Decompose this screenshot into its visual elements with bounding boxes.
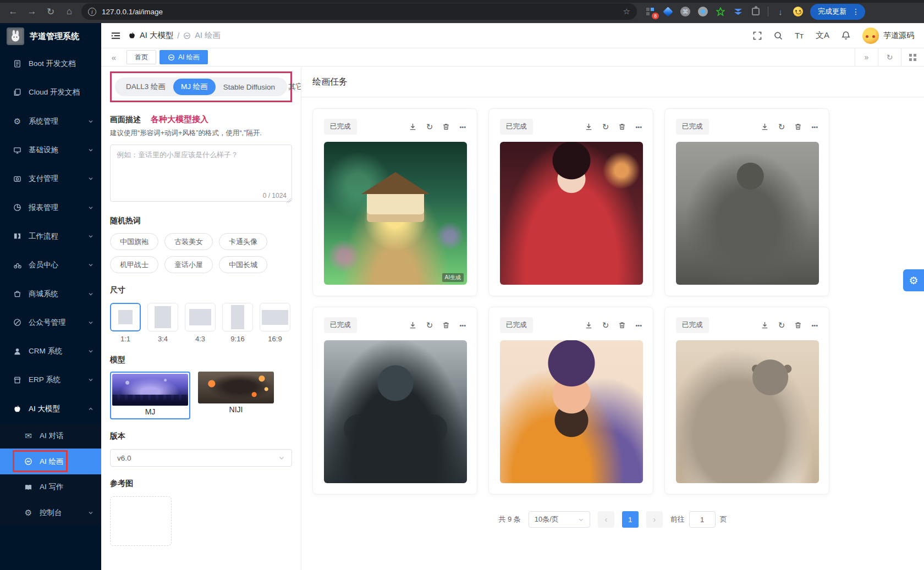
- delete-icon[interactable]: [442, 123, 450, 131]
- size-option-1-1[interactable]: 1:1: [110, 303, 141, 343]
- download-icon[interactable]: [409, 123, 417, 131]
- sidebar-item-boot-docs[interactable]: Boot 开发文档: [0, 49, 101, 78]
- more-icon[interactable]: •••: [811, 124, 818, 130]
- tab-dall3[interactable]: DALL3 绘画: [120, 79, 171, 95]
- task-image[interactable]: [500, 340, 643, 483]
- regenerate-icon[interactable]: ↻: [426, 320, 433, 330]
- sidebar-item-system[interactable]: ⚙ 系统管理: [0, 107, 101, 136]
- task-image[interactable]: [324, 340, 467, 483]
- task-image[interactable]: AI生成: [324, 142, 467, 285]
- sidebar-item-ai-chat[interactable]: ✉ AI 对话: [0, 423, 101, 449]
- search-icon[interactable]: [774, 31, 783, 40]
- regenerate-icon[interactable]: ↻: [778, 320, 785, 330]
- sidebar-item-console[interactable]: ⚙ 控制台: [0, 500, 101, 526]
- more-icon[interactable]: •••: [459, 322, 466, 329]
- hotword-chip[interactable]: 卡通头像: [219, 233, 267, 250]
- fullscreen-icon[interactable]: [753, 31, 762, 40]
- regenerate-icon[interactable]: ↻: [778, 122, 785, 132]
- regenerate-icon[interactable]: ↻: [602, 320, 609, 330]
- sidebar-item-erp[interactable]: ERP 系统: [0, 366, 101, 394]
- hotword-chip[interactable]: 童话小屋: [164, 256, 213, 273]
- task-image[interactable]: [500, 142, 643, 285]
- sidebar-item-infra[interactable]: 基础设施: [0, 136, 101, 164]
- more-icon[interactable]: •••: [459, 124, 466, 130]
- sidebar-item-mall[interactable]: 商城系统: [0, 279, 101, 308]
- bookmark-star-icon[interactable]: ☆: [623, 7, 630, 16]
- profile-emoji-icon[interactable]: [793, 6, 804, 17]
- tab-stable-diffusion[interactable]: Stable Diffusion: [218, 80, 280, 95]
- delete-icon[interactable]: [794, 321, 802, 329]
- url-text[interactable]: 127.0.0.1/ai/image: [102, 8, 618, 16]
- back-icon[interactable]: ←: [7, 6, 20, 17]
- tabs-scroll-left-icon[interactable]: «: [106, 53, 122, 62]
- extension-dot-icon[interactable]: [697, 6, 708, 17]
- download-icon[interactable]: [761, 123, 769, 131]
- sidebar-item-cloud-docs[interactable]: Cloud 开发文档: [0, 78, 101, 107]
- goto-page-input[interactable]: [689, 511, 716, 528]
- prev-page-button[interactable]: ‹: [598, 511, 614, 528]
- downloads-icon[interactable]: ↓: [775, 6, 786, 17]
- font-size-icon[interactable]: Tт: [795, 31, 804, 40]
- sidebar-item-reports[interactable]: 报表管理: [0, 193, 101, 222]
- layout-grid-icon[interactable]: [901, 48, 924, 66]
- extension-star-icon[interactable]: [715, 6, 726, 17]
- address-bar[interactable]: i 127.0.0.1/ai/image ☆: [81, 3, 637, 20]
- extension-command-icon[interactable]: ⌘: [680, 6, 691, 17]
- more-icon[interactable]: •••: [811, 322, 818, 329]
- sidebar-item-payment[interactable]: 支付管理: [0, 164, 101, 193]
- user-menu[interactable]: 芋道源码: [862, 27, 914, 44]
- model-option-niji[interactable]: NIJI: [198, 372, 274, 419]
- browser-update-button[interactable]: 完成更新 ⋮: [810, 4, 865, 20]
- sidebar-item-crm[interactable]: CRM 系统: [0, 337, 101, 366]
- tab-mj[interactable]: MJ 绘画: [173, 79, 216, 95]
- sidebar-item-ai-models[interactable]: AI 大模型: [0, 395, 101, 423]
- delete-icon[interactable]: [618, 123, 626, 131]
- home-icon[interactable]: ⌂: [63, 6, 76, 17]
- version-select[interactable]: v6.0: [110, 449, 292, 467]
- next-page-button[interactable]: ›: [646, 511, 663, 528]
- model-option-mj[interactable]: MJ: [110, 372, 190, 419]
- hotword-chip[interactable]: 机甲战士: [110, 256, 158, 273]
- tabs-scroll-right-icon[interactable]: »: [855, 48, 878, 66]
- hotword-chip[interactable]: 中国旗袍: [110, 233, 158, 250]
- regenerate-icon[interactable]: ↻: [426, 122, 433, 132]
- bell-icon[interactable]: [842, 31, 850, 40]
- collapse-menu-icon[interactable]: [111, 32, 120, 40]
- tab-ai-image[interactable]: AI 绘画: [160, 50, 208, 64]
- extension-puzzle-icon[interactable]: [750, 6, 761, 17]
- page-1-button[interactable]: 1: [622, 511, 639, 528]
- regenerate-icon[interactable]: ↻: [602, 122, 609, 132]
- refresh-page-icon[interactable]: ↻: [878, 48, 901, 66]
- task-image[interactable]: [676, 340, 819, 483]
- more-icon[interactable]: •••: [635, 124, 642, 130]
- translate-icon[interactable]: 文A: [816, 30, 829, 41]
- reference-upload-dropzone[interactable]: [110, 496, 172, 546]
- sidebar-item-wechat[interactable]: 公众号管理: [0, 308, 101, 337]
- browser-menu-icon[interactable]: ⋮: [850, 7, 862, 16]
- more-icon[interactable]: •••: [635, 322, 642, 329]
- size-option-16-9[interactable]: 16:9: [260, 303, 290, 343]
- extension-grid-icon[interactable]: 8: [645, 6, 656, 17]
- sidebar-item-ai-writing[interactable]: AI 写作: [0, 474, 101, 500]
- reload-icon[interactable]: ↻: [44, 6, 57, 18]
- logo[interactable]: 芋道管理系统: [0, 23, 101, 49]
- site-info-icon[interactable]: i: [88, 8, 96, 16]
- extension-layers-icon[interactable]: [733, 6, 744, 17]
- tab-other[interactable]: 其它: [283, 79, 301, 95]
- tab-home[interactable]: 首页: [127, 50, 156, 64]
- hotword-chip[interactable]: 中国长城: [219, 256, 267, 273]
- delete-icon[interactable]: [442, 321, 450, 329]
- page-size-select[interactable]: 10条/页: [529, 511, 590, 528]
- extension-kite-icon[interactable]: [662, 6, 673, 17]
- breadcrumb-parent[interactable]: AI 大模型: [140, 30, 173, 41]
- forward-icon[interactable]: →: [25, 6, 38, 17]
- sidebar-item-workflow[interactable]: 工作流程: [0, 222, 101, 251]
- hotword-chip[interactable]: 古装美女: [164, 233, 213, 250]
- settings-fab-gear-icon[interactable]: ⚙: [903, 269, 924, 291]
- download-icon[interactable]: [761, 321, 769, 329]
- delete-icon[interactable]: [794, 123, 802, 131]
- resize-handle[interactable]: [286, 198, 291, 203]
- size-option-3-4[interactable]: 3:4: [147, 303, 178, 343]
- delete-icon[interactable]: [618, 321, 626, 329]
- task-image[interactable]: [676, 142, 819, 285]
